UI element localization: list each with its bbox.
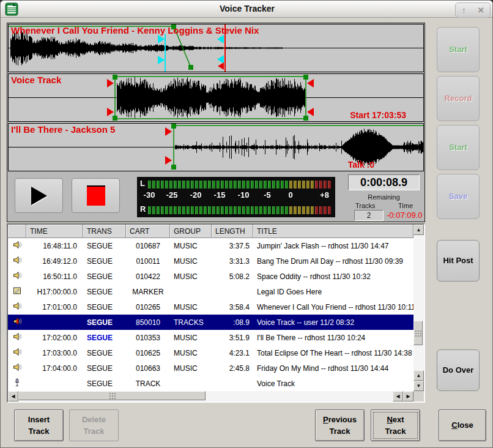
cell-icon	[8, 241, 26, 251]
shade-icon[interactable]: ↑	[462, 6, 466, 15]
meter-segment	[242, 181, 245, 189]
scroll-down-button[interactable]: ▼	[413, 381, 424, 391]
column-header-TIME[interactable]: TIME	[26, 225, 83, 238]
meter-segment	[247, 206, 250, 214]
meter-segment	[221, 206, 224, 214]
speaker-icon	[13, 363, 21, 371]
titlebar[interactable]: Voice Tracker ↑ ×	[1, 1, 493, 18]
log-row[interactable]: 17:04:00.0SEGUE010663MUSIC2:45.8Friday O…	[8, 360, 413, 376]
microphone-icon	[13, 378, 21, 387]
meter-segment	[225, 206, 228, 214]
log-row[interactable]: 16:50:11.0SEGUE010422MUSIC5:08.2Space Od…	[8, 269, 413, 284]
cell-len: 3:37.5	[212, 242, 253, 250]
cell-len: :08.9	[212, 318, 253, 327]
close-button[interactable]: Close	[439, 409, 486, 441]
delete-track-button[interactable]: Delete Track	[69, 409, 119, 441]
vertical-scroll-thumb[interactable]	[413, 321, 423, 345]
vertical-scroll-track[interactable]	[413, 235, 424, 370]
record-button[interactable]: Record	[437, 76, 480, 121]
cell-icon	[8, 256, 26, 266]
cell-trans: SEGUE	[83, 334, 126, 342]
stop-icon	[87, 185, 105, 206]
save-button[interactable]: Save	[437, 174, 480, 219]
cell-time: 17:04:00.0	[26, 364, 83, 373]
track-2-waveform[interactable]: Voice Track Start 17:03:53	[8, 73, 424, 122]
meter-scale-label: -20	[190, 190, 202, 200]
track-1-waveform[interactable]: Whenever I Call You Friend - Kenny Loggi…	[8, 24, 424, 72]
column-header-LENGTH[interactable]: LENGTH	[212, 225, 253, 238]
log-row[interactable]: SEGUE850010TRACKS:08.9Voice Track -- use…	[8, 315, 413, 330]
meter-bar-left	[148, 181, 332, 189]
close-icon[interactable]: ×	[478, 5, 484, 15]
play-button[interactable]	[15, 178, 63, 213]
remaining-tracks-value: 2	[354, 210, 384, 221]
column-header-TITLE[interactable]: TITLE	[253, 225, 413, 238]
cell-trans: SEGUE	[83, 318, 126, 327]
cell-trans: SEGUE	[83, 257, 126, 266]
cell-title: Voice Track	[253, 379, 413, 388]
scroll-left-button[interactable]: ◀	[393, 391, 403, 401]
log-row[interactable]: SEGUETRACKVoice Track	[8, 376, 413, 391]
hit-post-button[interactable]: Hit Post	[437, 240, 480, 282]
meter-segment	[199, 206, 202, 214]
scroll-up-button[interactable]: ▲	[413, 370, 424, 381]
cell-group: MUSIC	[170, 334, 212, 342]
meter-segment	[281, 206, 284, 214]
track-3-waveform[interactable]: I'll Be There - Jackson 5 Talk :0	[8, 123, 424, 171]
meter-segment	[208, 206, 211, 214]
meter-segment	[315, 206, 318, 214]
log-row[interactable]: 17:03:00.0SEGUE010625MUSIC4:23.1Total Ec…	[8, 345, 413, 360]
column-header-TRANS[interactable]: TRANS	[83, 225, 126, 238]
do-over-button[interactable]: Do Over	[437, 349, 480, 391]
meter-segment	[294, 181, 297, 189]
log-rows: 16:48:11.0SEGUE010687MUSIC3:37.5Jumpin' …	[8, 238, 413, 391]
horizontal-scroll-track[interactable]	[18, 391, 393, 401]
speaker-icon	[13, 302, 21, 310]
horizontal-scroll-thumb[interactable]	[18, 391, 206, 400]
cell-group: MUSIC	[170, 242, 212, 250]
scroll-left-button[interactable]: ◀	[8, 391, 18, 401]
meter-segment	[204, 206, 207, 214]
meter-segment	[217, 181, 220, 189]
meter-segment	[165, 181, 168, 189]
log-row[interactable]: 16:49:12.0SEGUE010011MUSIC3:31.3Bang The…	[8, 253, 413, 269]
track-3-talk-time: Talk :0	[348, 160, 374, 170]
vertical-scrollbar[interactable]: ▲ ▲ ▼	[413, 225, 424, 391]
meter-scale: -30-25-20-15-10-50+8	[137, 190, 335, 201]
meter-segment	[174, 181, 177, 189]
column-header-icon[interactable]	[8, 225, 26, 238]
scroll-up-button[interactable]: ▲	[413, 225, 424, 235]
log-row[interactable]: 16:48:11.0SEGUE010687MUSIC3:37.5Jumpin' …	[8, 238, 413, 253]
start-button-2[interactable]: Start	[437, 125, 480, 170]
horizontal-scrollbar[interactable]: ◀ ◀ ▶	[8, 391, 413, 401]
meter-segment	[319, 206, 322, 214]
log-row[interactable]: 17:01:00.0SEGUE010265MUSIC3:58.4Whenever…	[8, 299, 413, 315]
column-header-CART[interactable]: CART	[126, 225, 170, 238]
meter-segment	[251, 206, 254, 214]
meter-segment	[328, 206, 331, 214]
scroll-right-button[interactable]: ▶	[403, 391, 413, 401]
insert-track-button[interactable]: Insert Track	[14, 409, 64, 441]
cell-group: MUSIC	[170, 349, 212, 357]
level-meter: L -30-25-20-15-10-50+8 R	[137, 177, 335, 217]
cell-len: 5:08.2	[212, 272, 253, 281]
meter-segment	[199, 181, 202, 189]
meter-segment	[212, 181, 215, 189]
remaining-label: Remaining	[348, 193, 420, 201]
cell-icon	[8, 317, 26, 327]
stop-button[interactable]	[72, 178, 120, 213]
meter-segment	[229, 181, 232, 189]
meter-left-label: L	[140, 179, 145, 188]
cell-time: 16:49:12.0	[26, 257, 83, 266]
log-row[interactable]: 17:02:00.0SEGUE010353MUSIC3:51.9I'll Be …	[8, 330, 413, 345]
log-list: TIMETRANSCARTGROUPLENGTHTITLE 16:48:11.0…	[7, 223, 425, 403]
start-button-1[interactable]: Start	[437, 27, 480, 72]
remaining-time-label: Time	[398, 202, 413, 209]
column-header-GROUP[interactable]: GROUP	[170, 225, 212, 238]
next-track-button[interactable]: Next Track	[371, 409, 420, 441]
speaker-playing-icon	[13, 317, 21, 326]
cell-time: 16:50:11.0	[26, 272, 83, 281]
cell-trans: SEGUE	[83, 364, 126, 373]
previous-track-button[interactable]: Previous Track	[315, 409, 365, 441]
log-row[interactable]: H17:00:00.0SEGUEMARKERLegal ID Goes Here	[8, 284, 413, 299]
